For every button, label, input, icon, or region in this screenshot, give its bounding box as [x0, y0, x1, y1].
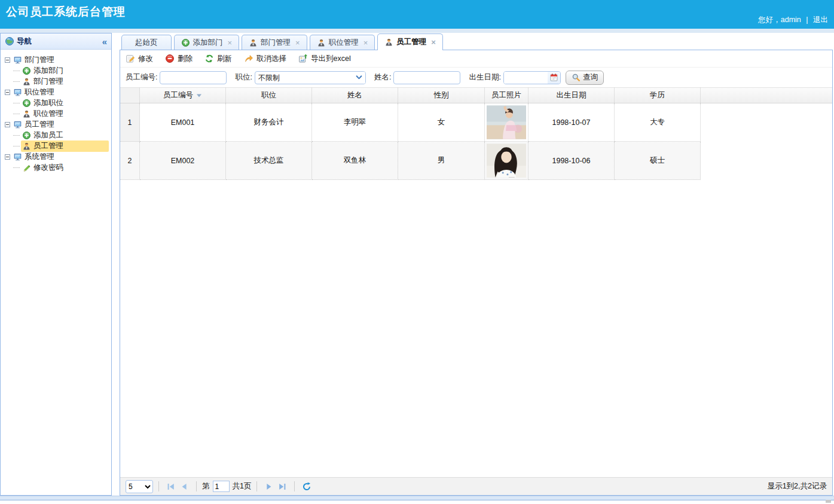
- tree-node-employee-mgmt-root[interactable]: 员工管理: [5, 119, 109, 130]
- page-number-input[interactable]: [213, 481, 230, 492]
- photo-cell: [485, 142, 528, 180]
- tree-node-position-mgmt-root[interactable]: 职位管理: [5, 87, 109, 97]
- birthdate-input[interactable]: [504, 72, 548, 84]
- delete-icon: [165, 54, 175, 63]
- tab-department-mgmt[interactable]: 部门管理 ×: [242, 35, 307, 50]
- row-number-cell: 2: [120, 142, 140, 180]
- emp-no-input[interactable]: [160, 71, 227, 84]
- person-icon: [22, 77, 31, 86]
- globe-icon: [5, 36, 14, 46]
- tree-node-position-mgmt[interactable]: 职位管理: [5, 108, 109, 119]
- column-header-birth[interactable]: 出生日期: [528, 88, 615, 103]
- education-cell: 大专: [615, 103, 701, 142]
- name-input[interactable]: [393, 71, 460, 84]
- column-header-gender[interactable]: 性别: [398, 88, 485, 103]
- export-excel-button[interactable]: 导出到excel: [298, 54, 351, 64]
- page-prefix-label: 第: [202, 481, 210, 491]
- add-icon: [22, 131, 31, 140]
- cancel-arrow-icon: [244, 54, 253, 63]
- position-combobox[interactable]: 不限制: [255, 71, 366, 84]
- page-size-select[interactable]: 5: [126, 480, 153, 493]
- main-panel: 起始页 添加部门 × 部门管理 × 职位管理 × 员工管理 ×: [120, 33, 833, 496]
- grid-header-row: 员工编号 职位 姓名 性别 员工照片 出生日期 学历: [120, 87, 832, 103]
- code-cell: EM001: [140, 103, 226, 142]
- query-button[interactable]: 查询: [566, 71, 604, 85]
- monitor-icon: [13, 120, 22, 129]
- tab-content: 修改 删除 刷新 取消选择 导出到excel: [120, 50, 833, 496]
- name-label: 姓名:: [374, 72, 391, 83]
- refresh-button[interactable]: 刷新: [204, 54, 232, 64]
- tree-node-dept-mgmt-root[interactable]: 部门管理: [5, 54, 109, 65]
- last-page-button[interactable]: [276, 480, 289, 493]
- tree-collapse-toggle[interactable]: [5, 122, 10, 127]
- close-icon[interactable]: ×: [228, 39, 233, 47]
- add-icon: [22, 66, 31, 75]
- delete-button[interactable]: 删除: [165, 54, 193, 64]
- tree-node-dept-mgmt[interactable]: 部门管理: [5, 76, 109, 87]
- tab-home[interactable]: 起始页: [121, 35, 172, 50]
- row-number-cell: 1: [120, 103, 140, 142]
- position-label: 职位:: [235, 72, 252, 83]
- username: admin: [781, 16, 801, 24]
- monitor-icon: [13, 56, 22, 65]
- prev-page-button[interactable]: [178, 480, 191, 493]
- code-cell: EM002: [140, 142, 226, 180]
- tree-node-employee-mgmt-selected[interactable]: 员工管理: [5, 140, 109, 151]
- next-page-button[interactable]: [262, 480, 276, 493]
- header-gap-band: [0, 29, 834, 33]
- cancel-selection-button[interactable]: 取消选择: [244, 54, 286, 64]
- tree-node-add-position[interactable]: 添加职位: [5, 97, 109, 108]
- first-page-button[interactable]: [164, 480, 178, 493]
- birthdate-label: 出生日期:: [469, 72, 500, 83]
- close-icon[interactable]: ×: [363, 39, 368, 47]
- column-header-position[interactable]: 职位: [226, 88, 312, 103]
- education-cell: 硕士: [615, 142, 701, 180]
- table-row[interactable]: 1 EM001 财务会计 李明翠 女 1998-10-07 大专: [120, 103, 832, 142]
- column-header-name[interactable]: 姓名: [312, 88, 398, 103]
- chevron-down-icon[interactable]: [353, 72, 365, 84]
- column-header-education[interactable]: 学历: [615, 88, 701, 103]
- tree-collapse-toggle[interactable]: [5, 57, 10, 63]
- photo-cell: [485, 103, 528, 142]
- row-number-header: [120, 88, 140, 103]
- tab-position-mgmt[interactable]: 职位管理 ×: [310, 35, 375, 50]
- tabs-bar: 起始页 添加部门 × 部门管理 × 职位管理 × 员工管理 ×: [120, 33, 833, 50]
- employee-photo: [487, 105, 526, 139]
- gender-cell: 女: [398, 103, 485, 142]
- monitor-icon: [13, 88, 22, 97]
- tree-node-add-employee[interactable]: 添加员工: [5, 130, 109, 140]
- tree-node-system-mgmt-root[interactable]: 系统管理: [5, 151, 109, 162]
- employee-datagrid: 员工编号 职位 姓名 性别 员工照片 出生日期 学历 1 EM001 财务会计 …: [120, 87, 832, 477]
- grid-toolbar: 修改 删除 刷新 取消选择 导出到excel: [120, 50, 832, 68]
- bottom-status-strip: [0, 496, 834, 500]
- add-icon: [181, 38, 190, 47]
- records-summary: 显示1到2,共2记录: [768, 481, 827, 491]
- top-header-bar: 公司员工系统后台管理 您好，admin | 退出: [0, 0, 834, 29]
- search-bar: 员工编号: 职位: 不限制 姓名: 出生日期:: [120, 68, 832, 87]
- logout-link[interactable]: 退出: [813, 16, 828, 24]
- column-header-photo[interactable]: 员工照片: [485, 88, 528, 103]
- close-icon[interactable]: ×: [295, 39, 300, 47]
- tree-node-change-password[interactable]: 修改密码: [5, 162, 109, 173]
- close-icon[interactable]: ×: [431, 38, 436, 46]
- employee-photo: [487, 143, 526, 178]
- sidebar-title: 导航: [17, 36, 32, 47]
- position-cell: 财务会计: [226, 103, 312, 142]
- divider-text: |: [806, 16, 808, 24]
- calendar-icon[interactable]: [548, 72, 560, 84]
- navigation-tree: 部门管理 添加部门 部门管理 职位管理 添加职位 职位管理: [1, 50, 111, 173]
- table-row[interactable]: 2 EM002 技术总监 双鱼林 男 1998-10-06 硕士: [120, 142, 832, 180]
- collapse-sidebar-button[interactable]: «: [102, 37, 107, 46]
- tree-collapse-toggle[interactable]: [5, 154, 10, 160]
- column-header-code[interactable]: 员工编号: [140, 88, 226, 103]
- edit-button[interactable]: 修改: [126, 54, 153, 64]
- birthdate-cell: 1998-10-07: [528, 103, 615, 142]
- monitor-icon: [13, 152, 22, 161]
- tab-employee-mgmt-active[interactable]: 员工管理 ×: [377, 33, 443, 50]
- reload-icon[interactable]: [300, 480, 313, 493]
- tab-add-department[interactable]: 添加部门 ×: [174, 35, 240, 50]
- tree-node-add-dept[interactable]: 添加部门: [5, 65, 109, 76]
- page-title: 公司员工系统后台管理: [6, 4, 126, 20]
- tree-collapse-toggle[interactable]: [5, 90, 10, 95]
- greeting-text: 您好，: [758, 16, 781, 24]
